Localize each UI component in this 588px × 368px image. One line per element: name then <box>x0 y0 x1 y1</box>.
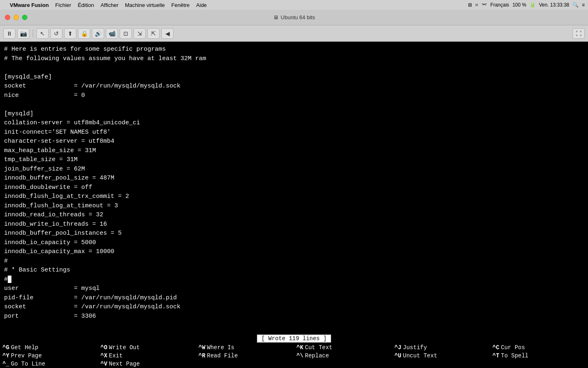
pointer-button[interactable]: ↖ <box>36 28 49 39</box>
shortcut-label: Cur Pos <box>501 344 525 351</box>
editor-line: user = mysql <box>4 284 584 294</box>
shortcut-key: ^_ <box>2 361 9 367</box>
menu-fichier[interactable]: Fichier <box>55 2 71 8</box>
search-icon[interactable]: 🔍 <box>572 2 579 8</box>
status-bar: [ Wrote 119 lines ] <box>0 334 588 343</box>
menu-afficher[interactable]: Afficher <box>100 2 118 8</box>
shortcut-key: ^W <box>198 344 205 351</box>
shortcut-item: ^K Cut Text <box>294 343 392 352</box>
menubar-right: ⊞ ⌗ ⌤ Français 100 % 🔋 Ven. 13:33:38 🔍 ≡ <box>468 2 585 8</box>
back-button[interactable]: ◀ <box>161 28 174 39</box>
battery-status: 100 % <box>512 2 526 8</box>
status-message: [ Wrote 119 lines ] <box>257 334 331 343</box>
shortcut-label: Next Page <box>109 361 140 367</box>
shrink-button[interactable]: ⇱ <box>147 28 160 39</box>
editor-line: innodb_doublewrite = off <box>4 183 584 193</box>
pause-button[interactable]: ⏸ <box>3 28 16 39</box>
window-controls <box>5 15 27 20</box>
editor-line: max_heap_table_size = 31M <box>4 146 584 156</box>
shortcut-label: Where Is <box>207 344 234 351</box>
menu-vmware[interactable]: VMware Fusion <box>10 2 49 8</box>
editor-line: port = 3306 <box>4 312 584 321</box>
shortcut-item: ^G Get Help <box>0 343 98 352</box>
shortcut-label: Read File <box>207 352 238 359</box>
shortcut-key: ^U <box>394 352 401 359</box>
shortcut-key: ^X <box>100 352 107 359</box>
shortcut-key: ^O <box>100 344 107 351</box>
nano-bottom: [ Wrote 119 lines ] ^G Get Help^O Write … <box>0 333 588 368</box>
battery-icon: 🔋 <box>530 2 536 8</box>
window-titlebar: 🖥 Ubuntu 64 bits <box>0 10 588 25</box>
editor-line <box>4 63 584 73</box>
window-title: 🖥 Ubuntu 64 bits <box>273 14 315 20</box>
shortcut-label: Uncut Text <box>403 352 437 359</box>
close-button[interactable] <box>5 15 10 20</box>
usb-button[interactable]: ⊡ <box>120 28 132 39</box>
editor-line: join_buffer_size = 62M <box>4 165 584 174</box>
menu-fenetre[interactable]: Fenêtre <box>172 2 190 8</box>
editor-line: innodb_flush_log_at_timeout = 3 <box>4 202 584 211</box>
editor-line: innodb_io_capacity_max = 10000 <box>4 247 584 257</box>
editor-line: innodb_buffer_pool_size = 487M <box>4 174 584 183</box>
shortcut-label: Go To Line <box>11 361 45 367</box>
vm-icon: 🖥 <box>273 14 278 20</box>
expand-button[interactable]: ⇲ <box>134 28 146 39</box>
toolbar-sep-1 <box>33 29 33 38</box>
shortcut-label: Cut Text <box>305 344 332 351</box>
shortcut-key: ^K <box>296 344 303 351</box>
shortcut-key: ^R <box>198 352 205 359</box>
share-button[interactable]: ⬆ <box>64 28 76 39</box>
editor-line: nice = 0 <box>4 91 584 101</box>
shortcut-label: Write Out <box>109 344 140 351</box>
shortcut-key: ^G <box>2 344 9 351</box>
control-strip-icon[interactable]: ≡ <box>582 2 585 8</box>
shortcut-label: Exit <box>109 352 123 359</box>
editor-line: # The following values assume you have a… <box>4 54 584 64</box>
language-indicator[interactable]: Français <box>490 2 509 8</box>
datetime: Ven. 13:33:38 <box>539 2 569 8</box>
shortcut-item: ^V Next Page <box>98 360 196 368</box>
editor-line: init-connect='SET NAMES utf8' <box>4 128 584 137</box>
recycle-button[interactable]: ↺ <box>50 28 62 39</box>
shortcut-item: ^\ Replace <box>294 352 392 360</box>
shortcut-key: ^C <box>492 344 499 351</box>
maximize-button[interactable] <box>22 15 27 20</box>
shortcut-item: ^U Uncut Text <box>392 352 490 360</box>
editor-line: collation-server = utf8mb4_unicode_ci <box>4 119 584 128</box>
editor-line: # <box>4 275 584 285</box>
vm-display[interactable]: # Here is entries for some specific prog… <box>0 42 588 368</box>
lock-button[interactable]: 🔒 <box>78 28 90 39</box>
shortcut-label: Get Help <box>11 344 38 351</box>
fullscreen-button[interactable]: ⛶ <box>572 28 585 39</box>
screenshot-button[interactable]: 📷 <box>17 28 29 39</box>
menu-aide[interactable]: Aide <box>196 2 207 8</box>
editor-line: # Here is entries for some specific prog… <box>4 45 584 54</box>
editor-line: tmp_table_size = 31M <box>4 155 584 165</box>
editor-line: character-set-server = utf8mb4 <box>4 137 584 146</box>
nano-shortcuts-row1: ^G Get Help^O Write Out^W Where Is^K Cut… <box>0 343 588 368</box>
menu-edition[interactable]: Édition <box>78 2 94 8</box>
shortcut-item: ^Y Prev Page <box>0 352 98 360</box>
editor-line: pid-file = /var/run/mysqld/mysqld.pid <box>4 294 584 303</box>
wifi-icon: ⌤ <box>481 2 487 8</box>
menubar-left: VMware Fusion Fichier Édition Afficher M… <box>3 2 461 8</box>
screen-share-icon: ⊞ <box>468 2 472 8</box>
menu-machine-virtuelle[interactable]: Machine virtuelle <box>125 2 165 8</box>
shortcut-label: To Spell <box>501 352 528 359</box>
volume-button[interactable]: 🔊 <box>92 28 104 39</box>
shortcut-item: ^W Where Is <box>196 343 294 352</box>
editor-line: innodb_read_io_threads = 32 <box>4 211 584 220</box>
shortcut-label: Justify <box>403 344 427 351</box>
editor-line: # * Basic Settings <box>4 266 584 275</box>
shortcut-key: ^\ <box>296 352 303 359</box>
minimize-button[interactable] <box>13 15 19 20</box>
shortcut-label: Prev Page <box>11 352 42 359</box>
bluetooth-icon: ⌗ <box>475 2 478 8</box>
shortcut-key: ^J <box>394 344 401 351</box>
shortcut-label: Replace <box>305 352 329 359</box>
shortcut-item: ^O Write Out <box>98 343 196 352</box>
camera-button[interactable]: 📹 <box>106 28 118 39</box>
toolbar: ⏸ 📷 ↖ ↺ ⬆ 🔒 🔊 📹 ⊡ ⇲ ⇱ ◀ ⛶ <box>0 25 588 42</box>
shortcut-item: ^_ Go To Line <box>0 360 98 368</box>
shortcut-item: ^R Read File <box>196 352 294 360</box>
